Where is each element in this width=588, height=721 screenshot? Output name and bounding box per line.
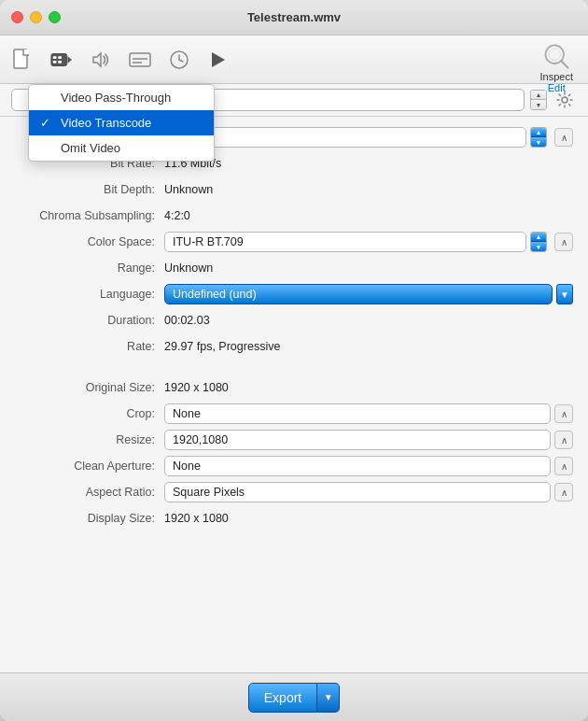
menu-item-omit[interactable]: Omit Video (29, 135, 214, 161)
export-main-button[interactable]: Export (248, 683, 317, 713)
svg-rect-4 (53, 56, 57, 59)
inspect-label: Inspect (540, 71, 573, 82)
svg-line-13 (179, 60, 183, 62)
toolbar-icons (11, 49, 230, 71)
rate-label: Rate: (15, 340, 164, 353)
clock-icon[interactable] (168, 49, 190, 71)
language-value: Undefined (und) (173, 288, 257, 301)
colorspace-stepper-down[interactable]: ▼ (531, 242, 546, 251)
format-stepper-up[interactable]: ▲ (531, 128, 546, 137)
clean-aperture-select[interactable]: None (164, 456, 551, 476)
close-button[interactable] (11, 11, 23, 23)
duration-value: 00:02.03 (164, 314, 573, 327)
language-dropdown-icon[interactable]: ▼ (556, 284, 573, 304)
colorspace-stepper[interactable]: ▲ ▼ (530, 232, 547, 252)
resize-label: Resize: (15, 433, 164, 446)
svg-rect-5 (58, 56, 62, 59)
aspect-ratio-select[interactable]: Square Pixels (164, 482, 551, 502)
chroma-label: Chroma Subsampling: (15, 209, 164, 222)
chroma-row: Chroma Subsampling: 4:2:0 (0, 203, 588, 229)
inspect-icon[interactable] (541, 41, 571, 71)
bitdepth-value: Unknown (164, 183, 573, 196)
chroma-value: 4:2:0 (164, 209, 573, 222)
clean-aperture-collapse-button[interactable]: ∧ (554, 457, 573, 475)
export-dropdown-button[interactable]: ▼ (317, 683, 340, 713)
format-stepper-down[interactable]: ▼ (531, 137, 546, 147)
stepper-down-icon[interactable]: ▼ (531, 100, 546, 109)
svg-rect-6 (53, 60, 57, 63)
colorspace-select[interactable]: ITU-R BT.709 (164, 232, 526, 252)
format-collapse-button[interactable]: ∧ (554, 128, 573, 147)
aspect-ratio-collapse-button[interactable]: ∧ (554, 483, 573, 502)
maximize-button[interactable] (49, 11, 61, 23)
menu-item-transcode[interactable]: ✓ Video Transcode (29, 110, 214, 135)
menu-item-pass-through[interactable]: Video Pass-Through (29, 85, 214, 110)
original-size-value: 1920 x 1080 (164, 381, 573, 394)
flag-icon[interactable] (207, 49, 230, 71)
rate-row: Rate: 29.97 fps, Progressive (0, 333, 588, 360)
svg-marker-3 (67, 56, 72, 63)
svg-rect-2 (51, 53, 67, 65)
subtitles-icon[interactable] (129, 49, 151, 71)
original-size-label: Original Size: (15, 381, 164, 394)
bitdepth-row: Bit Depth: Unknown (0, 177, 588, 203)
svg-marker-14 (212, 52, 225, 67)
aspect-ratio-label: Aspect Ratio: (15, 486, 164, 499)
bottom-bar: Export ▼ (0, 672, 588, 721)
colorspace-label: Color Space: (15, 235, 164, 248)
range-value: Unknown (164, 262, 573, 275)
aspect-ratio-value: Square Pixels (173, 486, 245, 499)
range-row: Range: Unknown (0, 255, 588, 281)
minimize-button[interactable] (30, 11, 42, 23)
aspect-ratio-row: Aspect Ratio: Square Pixels ∧ (0, 479, 588, 505)
display-size-label: Display Size: (15, 512, 164, 525)
format-select[interactable]: H.264 (164, 127, 526, 148)
rate-value: 29.97 fps, Progressive (164, 340, 573, 353)
svg-rect-1 (23, 49, 29, 55)
checkmark-omit (40, 141, 53, 155)
resize-row: Resize: 1920,1080 ∧ (0, 427, 588, 453)
original-size-row: Original Size: 1920 x 1080 (0, 375, 588, 401)
crop-row: Crop: None ∧ (0, 401, 588, 427)
language-row: Language: Undefined (und) ▼ (0, 281, 588, 307)
language-select[interactable]: Undefined (und) (164, 284, 553, 304)
clean-aperture-value: None (173, 459, 201, 473)
menu-item-label-transcode: Video Transcode (61, 116, 151, 130)
window-title: Telestream.wmv (247, 10, 341, 24)
colorspace-stepper-up[interactable]: ▲ (531, 233, 546, 242)
export-button[interactable]: Export ▼ (248, 683, 340, 713)
bitdepth-label: Bit Depth: (15, 183, 164, 196)
menu-item-label-omit: Omit Video (61, 141, 120, 155)
resize-select[interactable]: 1920,1080 (164, 430, 551, 450)
title-bar: Telestream.wmv (0, 0, 588, 35)
export-chevron-icon: ▼ (324, 692, 333, 702)
document-icon[interactable] (11, 49, 34, 71)
colorspace-collapse-button[interactable]: ∧ (554, 233, 573, 251)
colorspace-row: Color Space: ITU-R BT.709 ▲ ▼ ∧ (0, 229, 588, 255)
toolbar: Inspect Edit (0, 35, 588, 84)
main-window: Telestream.wmv (0, 0, 588, 721)
format-stepper[interactable]: ▲ ▼ (530, 127, 547, 148)
content-area: Format: H.264 ▲ ▼ ∧ Bit Rate: 11.6 Mbit/… (0, 117, 588, 672)
resize-value: 1920,1080 (173, 433, 228, 446)
display-size-value: 1920 x 1080 (164, 512, 573, 525)
checkmark-empty (40, 91, 53, 105)
spacer-1 (0, 360, 588, 375)
crop-select[interactable]: None (164, 403, 551, 424)
crop-collapse-button[interactable]: ∧ (554, 404, 573, 423)
range-label: Range: (15, 262, 164, 275)
inspect-area: Inspect Edit (540, 41, 573, 93)
svg-point-17 (549, 49, 560, 60)
resize-collapse-button[interactable]: ∧ (554, 431, 573, 449)
svg-rect-7 (58, 60, 62, 63)
language-label: Language: (15, 288, 164, 301)
crop-label: Crop: (15, 407, 164, 420)
export-label: Export (264, 690, 301, 705)
edit-label[interactable]: Edit (548, 82, 566, 93)
video-icon[interactable] (50, 49, 73, 71)
audio-icon[interactable] (90, 49, 112, 71)
svg-rect-8 (130, 53, 150, 66)
svg-line-16 (562, 61, 568, 67)
colorspace-value: ITU-R BT.709 (173, 235, 244, 248)
svg-point-18 (562, 97, 567, 103)
